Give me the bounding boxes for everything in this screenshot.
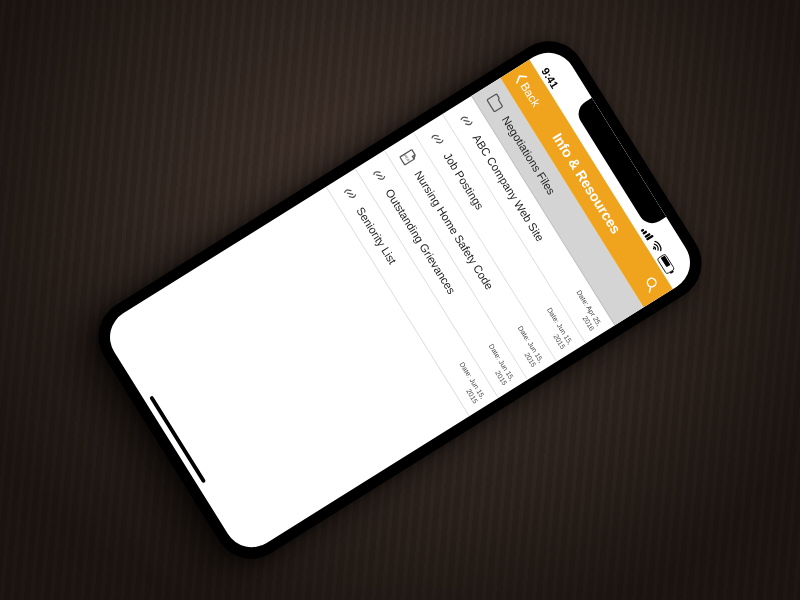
doc-icon: PDF — [395, 143, 422, 171]
home-indicator — [149, 395, 206, 483]
cellular-signal-icon — [640, 226, 653, 241]
back-button[interactable]: Back — [512, 70, 543, 109]
svg-point-0 — [653, 248, 655, 250]
link-icon — [424, 125, 451, 153]
svg-point-1 — [646, 277, 658, 289]
link-icon — [453, 106, 480, 134]
svg-line-2 — [648, 287, 653, 292]
phone-device: 9:41 Back Info & Resources Negotiations — [84, 27, 715, 573]
folder-icon — [482, 88, 509, 116]
link-icon — [337, 179, 364, 207]
desk-background: 9:41 Back Info & Resources Negotiations — [0, 0, 800, 600]
link-icon — [366, 161, 393, 189]
phone-screen: 9:41 Back Info & Resources Negotiations — [99, 42, 700, 558]
